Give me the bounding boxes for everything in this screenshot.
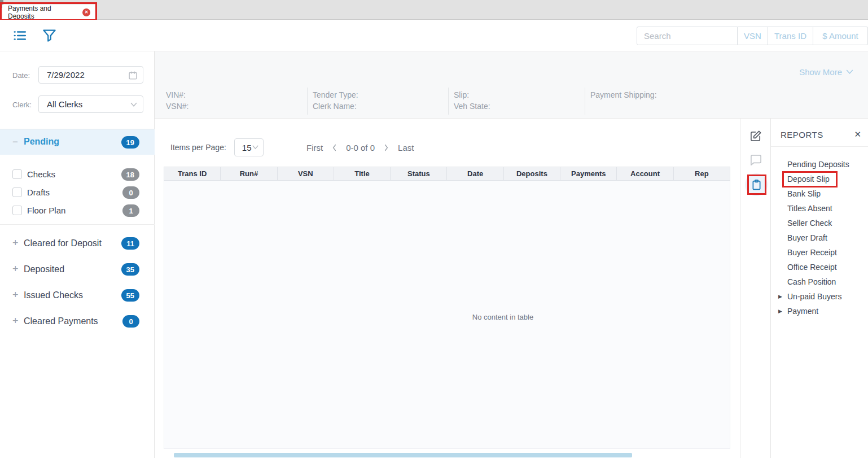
- horizontal-scrollbar-thumb[interactable]: [174, 453, 632, 457]
- pending-count-badge: 19: [121, 136, 139, 149]
- reports-panel-title: REPORTS: [781, 130, 823, 139]
- report-item-cash-position[interactable]: Cash Position: [771, 274, 868, 289]
- payment-shipping-label: Payment Shipping:: [590, 89, 657, 101]
- column-header-trans-id[interactable]: Trans ID: [164, 167, 221, 180]
- sidebar-section-cleared-payments[interactable]: + Cleared Payments 0: [0, 313, 155, 330]
- column-header-title[interactable]: Title: [334, 167, 391, 180]
- clerk-label: Clerk:: [12, 101, 32, 109]
- tab-payments-and-deposits[interactable]: Payments and Deposits ✕: [2, 5, 95, 20]
- os-tab-bar: Payments and Deposits ✕: [0, 0, 868, 20]
- column-header-payments[interactable]: Payments: [560, 167, 617, 180]
- clerk-select[interactable]: All Clerks: [38, 95, 143, 113]
- date-input[interactable]: [39, 70, 112, 80]
- reports-clipboard-button[interactable]: [745, 173, 768, 196]
- pagination-last-button[interactable]: Last: [398, 143, 414, 152]
- expand-icon[interactable]: +: [12, 315, 19, 327]
- filter-row-floor-plan[interactable]: Floor Plan 1: [0, 202, 155, 219]
- empty-table-message: No content in table: [472, 313, 533, 321]
- chevron-down-icon: [252, 145, 259, 150]
- report-item-pending-deposits[interactable]: Pending Deposits: [771, 157, 868, 172]
- column-header-date[interactable]: Date: [447, 167, 503, 180]
- column-header-vsn[interactable]: VSN: [278, 167, 334, 180]
- checks-label: Checks: [27, 169, 55, 179]
- vsn-label: VSN#:: [166, 101, 188, 112]
- chevron-down-icon: [845, 69, 854, 75]
- pagination-first-button[interactable]: First: [306, 143, 323, 152]
- record-details-panel: Show More VIN#: VSN#: Tender Type: Clerk…: [155, 51, 868, 119]
- table-toolbar: Items per Page: 15: [170, 138, 264, 156]
- sidebar-section-pending[interactable]: − Pending 19: [0, 129, 155, 155]
- cleared-for-deposit-badge: 11: [121, 237, 139, 250]
- items-per-page-select[interactable]: 15: [234, 138, 264, 156]
- report-item-bank-slip[interactable]: Bank Slip: [771, 186, 868, 201]
- filter-funnel-icon[interactable]: [42, 28, 57, 43]
- tree-arrow-icon[interactable]: ▶: [778, 304, 782, 319]
- reports-close-icon[interactable]: ✕: [854, 129, 861, 139]
- search-mode-transid-button[interactable]: Trans ID: [768, 27, 813, 45]
- detail-col-vehicle: VIN#: VSN#:: [166, 89, 188, 112]
- calendar-icon[interactable]: [128, 71, 138, 80]
- pagination: First 0-0 of 0 Last: [306, 138, 414, 156]
- expand-icon[interactable]: +: [12, 289, 19, 301]
- edit-icon[interactable]: [749, 129, 762, 142]
- expand-icon[interactable]: +: [12, 237, 19, 249]
- report-item-payment[interactable]: ▶ Payment: [771, 304, 868, 319]
- detail-divider: [448, 88, 449, 115]
- cleared-payments-badge: 0: [122, 315, 139, 328]
- expand-icon[interactable]: +: [12, 263, 19, 275]
- list-menu-icon[interactable]: [12, 28, 27, 43]
- comment-icon[interactable]: [749, 154, 762, 167]
- sidebar-section-deposited[interactable]: + Deposited 35: [0, 261, 155, 278]
- vin-label: VIN#:: [166, 89, 188, 101]
- report-item-buyer-draft[interactable]: Buyer Draft: [771, 230, 868, 245]
- items-per-page-value: 15: [235, 143, 252, 152]
- veh-state-label: Veh State:: [454, 101, 490, 112]
- clipboard-icon: [751, 179, 762, 191]
- column-header-run[interactable]: Run#: [221, 167, 277, 180]
- sidebar-section-cleared-for-deposit[interactable]: + Cleared for Deposit 11: [0, 235, 155, 252]
- report-item-deposit-slip[interactable]: Deposit Slip: [771, 172, 868, 186]
- issued-checks-badge: 55: [121, 289, 139, 302]
- filter-row-drafts[interactable]: Drafts 0: [0, 184, 155, 201]
- column-header-deposits[interactable]: Deposits: [504, 167, 560, 180]
- report-item-office-receipt[interactable]: Office Receipt: [771, 260, 868, 274]
- slip-label: Slip:: [454, 89, 490, 101]
- floor-plan-checkbox[interactable]: [12, 206, 22, 215]
- column-header-rep[interactable]: Rep: [674, 167, 730, 180]
- sidebar-divider: [0, 224, 155, 225]
- detail-col-slip: Slip: Veh State:: [454, 89, 490, 112]
- tender-type-label: Tender Type:: [313, 89, 358, 101]
- tab-close-icon[interactable]: ✕: [82, 8, 90, 16]
- chevron-down-icon: [130, 102, 138, 108]
- drafts-checkbox[interactable]: [12, 187, 22, 197]
- table-header-row: Trans ID Run# VSN Title Status Date Depo…: [164, 167, 730, 181]
- pagination-prev-icon[interactable]: [331, 143, 337, 152]
- sidebar-section-issued-checks[interactable]: + Issued Checks 55: [0, 287, 155, 304]
- search-input[interactable]: [637, 27, 738, 45]
- checks-checkbox[interactable]: [12, 169, 22, 179]
- floor-plan-label: Floor Plan: [27, 206, 65, 215]
- report-item-seller-check[interactable]: Seller Check: [771, 216, 868, 230]
- search-group: VSN Trans ID $ Amount: [637, 27, 868, 45]
- tree-arrow-icon[interactable]: ▶: [778, 289, 782, 304]
- deposited-badge: 35: [121, 263, 139, 276]
- clerk-select-value: All Clerks: [39, 99, 143, 109]
- report-item-unpaid-buyers[interactable]: ▶ Un-paid Buyers: [771, 289, 868, 304]
- column-header-account[interactable]: Account: [617, 167, 673, 180]
- report-item-titles-absent[interactable]: Titles Absent: [771, 201, 868, 216]
- report-item-label: Un-paid Buyers: [787, 292, 842, 301]
- pending-section-label: Pending: [24, 137, 59, 147]
- reports-list: Pending Deposits Deposit Slip Bank Slip …: [771, 157, 868, 319]
- column-header-status[interactable]: Status: [391, 167, 447, 180]
- report-item-buyer-receipt[interactable]: Buyer Receipt: [771, 245, 868, 260]
- transactions-table: Trans ID Run# VSN Title Status Date Depo…: [164, 167, 730, 449]
- date-field[interactable]: [38, 66, 143, 84]
- show-more-label: Show More: [799, 67, 842, 77]
- search-mode-amount-button[interactable]: $ Amount: [813, 27, 868, 45]
- detail-col-shipping: Payment Shipping:: [590, 89, 657, 101]
- pagination-next-icon[interactable]: [383, 143, 389, 152]
- filter-row-checks[interactable]: Checks 18: [0, 166, 155, 183]
- collapse-icon[interactable]: −: [12, 137, 18, 148]
- show-more-link[interactable]: Show More: [799, 67, 854, 77]
- search-mode-vsn-button[interactable]: VSN: [738, 27, 768, 45]
